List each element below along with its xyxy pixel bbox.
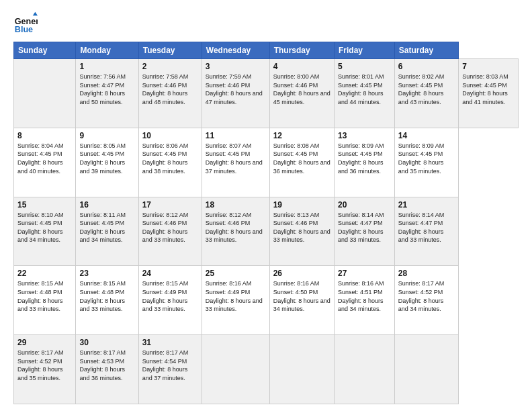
day-info: Sunrise: 8:17 AMSunset: 4:52 PMDaylight:… bbox=[17, 349, 72, 382]
day-info: Sunrise: 8:01 AMSunset: 4:45 PMDaylight:… bbox=[338, 73, 391, 106]
day-cell-15: 15Sunrise: 8:10 AMSunset: 4:45 PMDayligh… bbox=[14, 197, 76, 266]
calendar-weekday-sunday: Sunday bbox=[14, 42, 76, 59]
day-cell-17: 17Sunrise: 8:12 AMSunset: 4:46 PMDayligh… bbox=[138, 197, 202, 266]
day-cell-20: 20Sunrise: 8:14 AMSunset: 4:47 PMDayligh… bbox=[334, 197, 394, 266]
day-number: 2 bbox=[142, 62, 198, 71]
day-cell-10: 10Sunrise: 8:06 AMSunset: 4:45 PMDayligh… bbox=[138, 128, 202, 197]
day-number: 1 bbox=[79, 62, 134, 71]
logo: General Blue bbox=[13, 11, 40, 35]
day-number: 14 bbox=[398, 131, 455, 140]
empty-cell bbox=[202, 335, 269, 404]
day-info: Sunrise: 8:16 AMSunset: 4:51 PMDaylight:… bbox=[338, 279, 391, 313]
day-cell-29: 29Sunrise: 8:17 AMSunset: 4:52 PMDayligh… bbox=[14, 335, 76, 404]
day-number: 11 bbox=[206, 131, 266, 140]
day-cell-13: 13Sunrise: 8:09 AMSunset: 4:45 PMDayligh… bbox=[334, 128, 394, 197]
day-cell-14: 14Sunrise: 8:09 AMSunset: 4:45 PMDayligh… bbox=[394, 128, 458, 197]
day-info: Sunrise: 8:05 AMSunset: 4:45 PMDaylight:… bbox=[79, 142, 134, 175]
day-number: 6 bbox=[398, 62, 455, 71]
day-number: 17 bbox=[142, 200, 198, 210]
day-number: 31 bbox=[142, 338, 198, 347]
day-info: Sunrise: 8:16 AMSunset: 4:50 PMDaylight:… bbox=[273, 279, 330, 313]
day-info: Sunrise: 8:13 AMSunset: 4:46 PMDaylight:… bbox=[273, 211, 330, 244]
day-cell-16: 16Sunrise: 8:11 AMSunset: 4:45 PMDayligh… bbox=[76, 197, 138, 266]
day-info: Sunrise: 7:58 AMSunset: 4:46 PMDaylight:… bbox=[142, 73, 198, 106]
day-info: Sunrise: 8:14 AMSunset: 4:47 PMDaylight:… bbox=[398, 211, 455, 244]
day-cell-4: 4Sunrise: 8:00 AMSunset: 4:46 PMDaylight… bbox=[269, 59, 334, 128]
day-info: Sunrise: 8:14 AMSunset: 4:47 PMDaylight:… bbox=[338, 211, 391, 244]
calendar-header-row: SundayMondayTuesdayWednesdayThursdayFrid… bbox=[14, 42, 519, 59]
day-cell-11: 11Sunrise: 8:07 AMSunset: 4:45 PMDayligh… bbox=[202, 128, 269, 197]
day-number: 22 bbox=[17, 269, 72, 278]
day-number: 15 bbox=[17, 200, 72, 210]
logo-icon: General Blue bbox=[13, 11, 38, 35]
header: General Blue bbox=[13, 11, 519, 35]
day-number: 20 bbox=[338, 200, 391, 210]
day-number: 29 bbox=[17, 338, 72, 347]
day-info: Sunrise: 8:17 AMSunset: 4:52 PMDaylight:… bbox=[398, 279, 455, 313]
day-number: 25 bbox=[206, 269, 266, 278]
day-cell-12: 12Sunrise: 8:08 AMSunset: 4:45 PMDayligh… bbox=[269, 128, 334, 197]
day-number: 28 bbox=[398, 269, 455, 278]
day-number: 13 bbox=[338, 131, 391, 140]
day-cell-23: 23Sunrise: 8:15 AMSunset: 4:48 PMDayligh… bbox=[76, 266, 138, 335]
day-number: 7 bbox=[462, 62, 515, 71]
calendar-week-3: 15Sunrise: 8:10 AMSunset: 4:45 PMDayligh… bbox=[14, 197, 519, 266]
day-cell-6: 6Sunrise: 8:02 AMSunset: 4:45 PMDaylight… bbox=[394, 59, 458, 128]
day-cell-22: 22Sunrise: 8:15 AMSunset: 4:48 PMDayligh… bbox=[14, 266, 76, 335]
day-cell-24: 24Sunrise: 8:15 AMSunset: 4:49 PMDayligh… bbox=[138, 266, 202, 335]
day-info: Sunrise: 8:00 AMSunset: 4:46 PMDaylight:… bbox=[273, 73, 330, 106]
calendar-table: SundayMondayTuesdayWednesdayThursdayFrid… bbox=[13, 42, 519, 404]
svg-text:Blue: Blue bbox=[15, 25, 33, 34]
day-info: Sunrise: 8:17 AMSunset: 4:54 PMDaylight:… bbox=[142, 349, 198, 382]
calendar-weekday-monday: Monday bbox=[76, 42, 138, 59]
calendar-week-5: 29Sunrise: 8:17 AMSunset: 4:52 PMDayligh… bbox=[14, 335, 519, 404]
day-info: Sunrise: 8:03 AMSunset: 4:45 PMDaylight:… bbox=[462, 73, 515, 106]
empty-cell bbox=[269, 335, 334, 404]
day-cell-25: 25Sunrise: 8:16 AMSunset: 4:49 PMDayligh… bbox=[202, 266, 269, 335]
day-info: Sunrise: 8:09 AMSunset: 4:45 PMDaylight:… bbox=[338, 142, 391, 175]
svg-marker-2 bbox=[33, 12, 38, 15]
day-number: 19 bbox=[273, 200, 330, 210]
day-cell-28: 28Sunrise: 8:17 AMSunset: 4:52 PMDayligh… bbox=[394, 266, 458, 335]
day-info: Sunrise: 8:10 AMSunset: 4:45 PMDaylight:… bbox=[17, 211, 72, 244]
calendar-weekday-friday: Friday bbox=[334, 42, 394, 59]
day-info: Sunrise: 8:12 AMSunset: 4:46 PMDaylight:… bbox=[142, 211, 198, 244]
day-number: 12 bbox=[273, 131, 330, 140]
day-cell-8: 8Sunrise: 8:04 AMSunset: 4:45 PMDaylight… bbox=[14, 128, 76, 197]
day-cell-26: 26Sunrise: 8:16 AMSunset: 4:50 PMDayligh… bbox=[269, 266, 334, 335]
day-number: 9 bbox=[79, 131, 134, 140]
day-number: 8 bbox=[17, 131, 72, 140]
day-info: Sunrise: 8:11 AMSunset: 4:45 PMDaylight:… bbox=[79, 211, 134, 244]
empty-cell bbox=[14, 59, 76, 128]
day-number: 26 bbox=[273, 269, 330, 278]
day-cell-19: 19Sunrise: 8:13 AMSunset: 4:46 PMDayligh… bbox=[269, 197, 334, 266]
day-info: Sunrise: 8:16 AMSunset: 4:49 PMDaylight:… bbox=[206, 279, 266, 313]
day-cell-1: 1Sunrise: 7:56 AMSunset: 4:47 PMDaylight… bbox=[76, 59, 138, 128]
page: General Blue SundayMondayTuesdayWednesda… bbox=[0, 0, 532, 411]
day-number: 30 bbox=[79, 338, 134, 347]
day-cell-30: 30Sunrise: 8:17 AMSunset: 4:53 PMDayligh… bbox=[76, 335, 138, 404]
day-number: 5 bbox=[338, 62, 391, 71]
day-cell-7: 7Sunrise: 8:03 AMSunset: 4:45 PMDaylight… bbox=[459, 59, 519, 128]
day-info: Sunrise: 8:15 AMSunset: 4:49 PMDaylight:… bbox=[142, 279, 198, 313]
day-info: Sunrise: 8:12 AMSunset: 4:46 PMDaylight:… bbox=[206, 211, 266, 244]
day-cell-5: 5Sunrise: 8:01 AMSunset: 4:45 PMDaylight… bbox=[334, 59, 394, 128]
day-cell-31: 31Sunrise: 8:17 AMSunset: 4:54 PMDayligh… bbox=[138, 335, 202, 404]
calendar-weekday-tuesday: Tuesday bbox=[138, 42, 202, 59]
day-number: 10 bbox=[142, 131, 198, 140]
day-cell-18: 18Sunrise: 8:12 AMSunset: 4:46 PMDayligh… bbox=[202, 197, 269, 266]
day-number: 4 bbox=[273, 62, 330, 71]
empty-cell bbox=[394, 335, 458, 404]
day-number: 24 bbox=[142, 269, 198, 278]
day-info: Sunrise: 8:15 AMSunset: 4:48 PMDaylight:… bbox=[79, 279, 134, 313]
day-number: 21 bbox=[398, 200, 455, 210]
day-info: Sunrise: 8:15 AMSunset: 4:48 PMDaylight:… bbox=[17, 279, 72, 313]
day-cell-27: 27Sunrise: 8:16 AMSunset: 4:51 PMDayligh… bbox=[334, 266, 394, 335]
day-info: Sunrise: 8:08 AMSunset: 4:45 PMDaylight:… bbox=[273, 142, 330, 175]
calendar-week-1: 1Sunrise: 7:56 AMSunset: 4:47 PMDaylight… bbox=[14, 59, 519, 128]
day-info: Sunrise: 7:56 AMSunset: 4:47 PMDaylight:… bbox=[79, 73, 134, 106]
day-info: Sunrise: 8:06 AMSunset: 4:45 PMDaylight:… bbox=[142, 142, 198, 175]
day-number: 23 bbox=[79, 269, 134, 278]
day-info: Sunrise: 7:59 AMSunset: 4:46 PMDaylight:… bbox=[206, 73, 266, 106]
day-cell-3: 3Sunrise: 7:59 AMSunset: 4:46 PMDaylight… bbox=[202, 59, 269, 128]
